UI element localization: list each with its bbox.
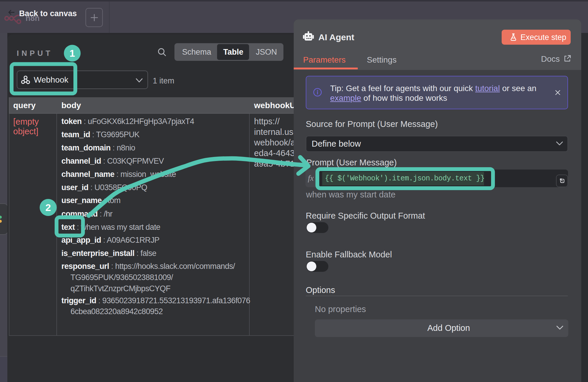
svg-text:1: 1 <box>70 48 75 59</box>
svg-text:2: 2 <box>46 202 51 213</box>
